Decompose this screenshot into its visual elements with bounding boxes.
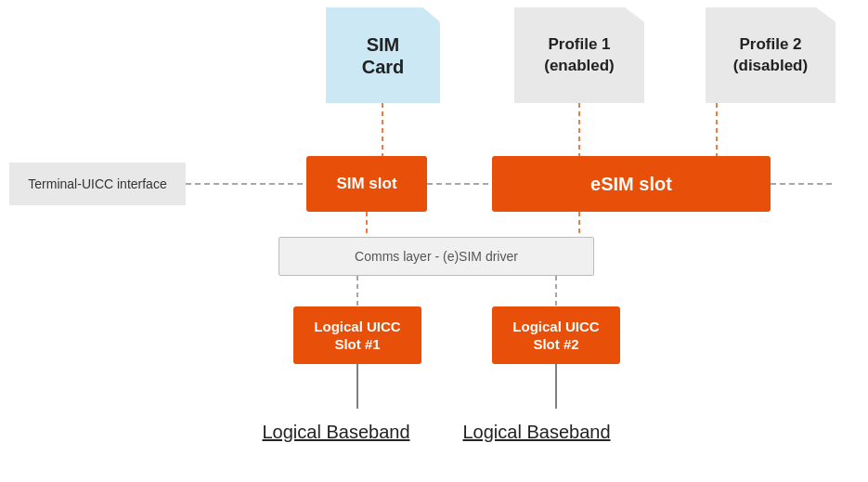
logical-baseband1-box: Logical Baseband <box>243 409 429 455</box>
profile2-label: Profile 2 (disabled) <box>733 34 808 75</box>
terminal-uicc-label: Terminal-UICC interface <box>9 163 186 205</box>
profile1-label: Profile 1 (enabled) <box>544 34 615 75</box>
sim-card-label: SIM Card <box>362 33 405 78</box>
logical-baseband2-box: Logical Baseband <box>444 409 629 455</box>
esim-slot-box: eSIM slot <box>492 156 771 212</box>
logical-uicc-slot2-box: Logical UICC Slot #2 <box>492 306 620 364</box>
profile1-box: Profile 1 (enabled) <box>514 7 644 103</box>
comms-layer-box: Comms layer - (e)SIM driver <box>279 237 594 276</box>
logical-uicc-slot1-label: Logical UICC Slot #1 <box>314 318 400 354</box>
profile2-box: Profile 2 (disabled) <box>706 7 836 103</box>
sim-slot-box: SIM slot <box>306 156 427 212</box>
logical-uicc-slot2-label: Logical UICC Slot #2 <box>512 318 599 354</box>
sim-card-box: SIM Card <box>326 7 440 103</box>
diagram-container: SIM Card Profile 1 (enabled) Profile 2 (… <box>0 0 868 482</box>
logical-uicc-slot1-box: Logical UICC Slot #1 <box>293 306 421 364</box>
